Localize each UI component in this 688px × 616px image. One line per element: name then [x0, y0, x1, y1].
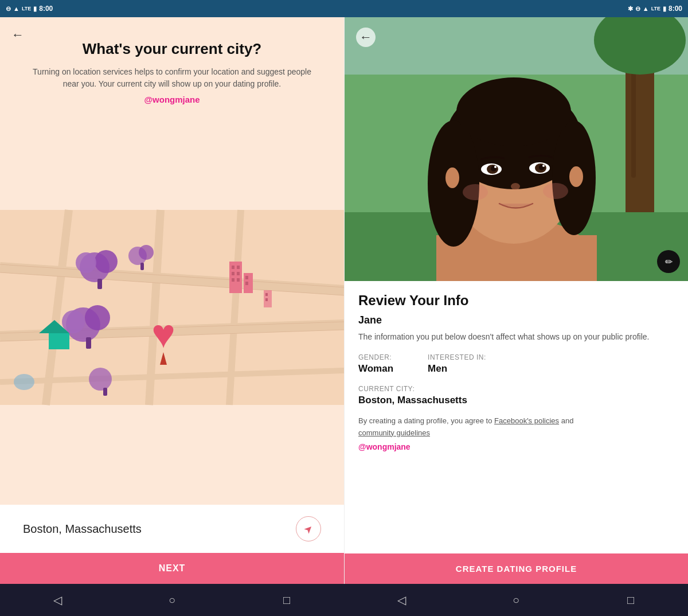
city-label: CURRENT CITY:	[358, 385, 674, 393]
svg-point-24	[14, 374, 34, 390]
terms-text: By creating a dating profile, you agree …	[358, 415, 674, 453]
page-title-left: What's your current city?	[60, 40, 284, 58]
svg-rect-25	[229, 262, 242, 293]
subtitle-left: Turning on location services helps to co…	[0, 66, 344, 90]
status-bar-left: ⊖ ▲ LTE ▮ 8:00	[6, 5, 344, 13]
bottom-nav-right: ◁ ○ □	[344, 588, 688, 611]
svg-point-67	[569, 166, 583, 187]
svg-point-62	[542, 165, 545, 167]
lte-icon-right: LTE	[651, 6, 660, 11]
svg-rect-33	[245, 276, 248, 279]
back-nav-icon-right[interactable]: ◁	[390, 588, 413, 611]
lte-icon-left: LTE	[22, 6, 31, 11]
svg-rect-14	[97, 279, 102, 289]
gender-info: GENDER: Woman	[358, 353, 393, 375]
user-name: Jane	[358, 314, 674, 326]
svg-point-64	[463, 184, 488, 200]
city-info: CURRENT CITY: Boston, Massachusetts	[358, 385, 674, 406]
svg-point-12	[95, 250, 118, 273]
time-left: 8:00	[39, 5, 53, 13]
left-panel: ← What's your current city? Turning on l…	[0, 17, 344, 584]
profile-info: Review Your Info Jane The information yo…	[345, 281, 688, 553]
svg-point-40	[89, 368, 112, 391]
location-button[interactable]: ➤	[296, 516, 321, 541]
wifi-icon-left: ▲	[13, 5, 19, 12]
interested-in-info: INTERESTED IN: Men	[428, 353, 486, 375]
svg-rect-21	[140, 263, 144, 270]
svg-point-13	[76, 252, 96, 273]
svg-rect-37	[265, 298, 268, 301]
svg-rect-27	[232, 266, 234, 269]
svg-rect-29	[232, 272, 234, 275]
svg-rect-22	[49, 333, 69, 349]
left-map-area: ← What's your current city? Turning on l…	[0, 17, 344, 505]
svg-point-63	[511, 183, 520, 190]
edit-icon: ✏	[665, 256, 673, 267]
interested-in-value: Men	[428, 363, 486, 375]
svg-point-61	[494, 166, 497, 168]
terms-prefix: By creating a dating profile, you agree …	[358, 416, 494, 425]
svg-rect-18	[86, 337, 91, 349]
svg-rect-31	[232, 278, 234, 282]
main-content: ← What's your current city? Turning on l…	[0, 17, 688, 584]
svg-rect-36	[265, 293, 268, 296]
svg-point-65	[543, 183, 568, 199]
next-button[interactable]: NEXT	[0, 553, 344, 584]
svg-point-66	[445, 167, 459, 188]
guidelines-link[interactable]: community guidelines	[358, 428, 430, 437]
svg-point-16	[85, 305, 110, 330]
interested-in-label: INTERESTED IN:	[428, 353, 486, 361]
terms-and: and	[559, 416, 573, 425]
svg-rect-45	[631, 63, 636, 178]
recents-nav-icon-left[interactable]: □	[275, 588, 298, 611]
svg-text:♥: ♥	[151, 311, 175, 356]
status-bar-right: ✱ ⊖ ▲ LTE ▮ 8:00	[344, 5, 682, 13]
policies-link[interactable]: Facebook's policies	[494, 416, 559, 425]
home-nav-icon-right[interactable]: ○	[505, 588, 527, 611]
bottom-nav-left: ◁ ○ □	[0, 588, 344, 611]
svg-point-20	[139, 245, 154, 260]
map-illustration: ♥	[0, 110, 344, 505]
minus-icon-right: ⊖	[635, 5, 640, 13]
bottom-nav: ◁ ○ □ ◁ ○ □	[0, 584, 688, 616]
wifi-icon-right: ▲	[643, 5, 649, 12]
location-icon: ➤	[301, 521, 316, 536]
city-input-area: Boston, Massachusetts ➤	[0, 505, 344, 553]
time-right: 8:00	[669, 5, 682, 13]
home-nav-icon-left[interactable]: ○	[161, 588, 183, 611]
svg-rect-34	[245, 282, 248, 285]
svg-rect-41	[103, 388, 107, 396]
create-profile-button[interactable]: CREATE DATING PROFILE	[345, 553, 688, 584]
back-nav-icon-left[interactable]: ◁	[46, 588, 69, 611]
info-description: The information you put below doesn't af…	[358, 331, 674, 343]
minus-icon-left: ⊖	[6, 5, 11, 13]
info-grid: GENDER: Woman INTERESTED IN: Men	[358, 353, 674, 375]
city-value: Boston, Massachusetts	[358, 395, 674, 406]
right-panel: ←	[344, 17, 688, 584]
svg-rect-32	[237, 278, 240, 282]
bluetooth-icon: ✱	[628, 5, 633, 13]
back-button-right[interactable]: ←	[356, 28, 376, 47]
gender-label: GENDER:	[358, 353, 393, 361]
status-bar: ⊖ ▲ LTE ▮ 8:00 ✱ ⊖ ▲ LTE ▮ 8:00	[0, 0, 688, 17]
svg-rect-28	[237, 266, 240, 269]
review-title: Review Your Info	[358, 293, 674, 309]
profile-photo-area: ←	[345, 17, 688, 281]
battery-icon-right: ▮	[663, 5, 666, 13]
back-button-left[interactable]: ←	[11, 28, 24, 42]
edit-photo-button[interactable]: ✏	[657, 250, 680, 273]
city-display: Boston, Massachusetts	[23, 523, 142, 536]
gender-value: Woman	[358, 363, 393, 375]
svg-point-54	[456, 77, 571, 146]
watermark-left: @wongmjane	[144, 95, 200, 104]
battery-icon-left: ▮	[33, 5, 37, 13]
watermark-right: @wongmjane	[358, 440, 674, 453]
svg-rect-30	[237, 272, 240, 275]
recents-nav-icon-right[interactable]: □	[619, 588, 642, 611]
